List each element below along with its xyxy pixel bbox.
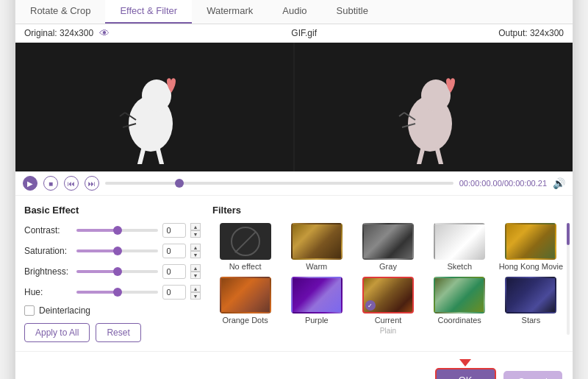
action-buttons: Apply to All Reset — [24, 323, 201, 342]
filter-label-orange-dots: Orange Dots — [222, 316, 268, 325]
brightness-input[interactable]: 0 — [162, 264, 186, 279]
preview-area — [15, 43, 573, 171]
tab-effect-filter[interactable]: Effect & Filter — [105, 0, 192, 24]
filter-label-coords: Coordinates — [438, 316, 481, 325]
filter-item-purple[interactable]: Purple — [284, 277, 349, 335]
filter-thumb-current: ✓ — [362, 277, 414, 314]
filter-sublabel-plain: Plain — [380, 327, 396, 335]
tab-bar: Rotate & Crop Effect & Filter Watermark … — [15, 0, 573, 24]
filter-item-gray[interactable]: Gray — [355, 223, 420, 271]
ok-button[interactable]: OK — [435, 368, 496, 379]
eye-icon[interactable]: 👁 — [99, 27, 110, 39]
filter-label-no-effect: No effect — [229, 262, 262, 271]
hue-input[interactable]: 0 — [162, 285, 186, 300]
brightness-spinner[interactable]: ▲ ▼ — [190, 264, 201, 279]
volume-icon[interactable]: 🔊 — [553, 177, 565, 189]
filter-label-sketch: Sketch — [447, 262, 472, 271]
main-window: ─ ✕ Rotate & Crop Effect & Filter Waterm… — [15, 0, 573, 379]
filter-item-stars[interactable]: Stars — [498, 277, 564, 335]
tab-rotate-crop[interactable]: Rotate & Crop — [15, 0, 105, 24]
arrow-down-icon — [459, 359, 471, 366]
filter-thumb-warm — [291, 223, 343, 260]
tab-subtitle[interactable]: Subtitle — [322, 0, 383, 24]
basic-effect-title: Basic Effect — [24, 205, 201, 216]
progress-track[interactable] — [105, 182, 453, 185]
svg-point-2 — [142, 79, 171, 112]
filter-label-purple: Purple — [305, 316, 329, 325]
hue-label: Hue: — [24, 287, 72, 297]
contrast-label: Contrast: — [24, 225, 72, 235]
brightness-label: Brightness: — [24, 266, 72, 277]
no-effect-icon — [231, 227, 260, 256]
filters-scroll-area: No effect Warm Gray Ske — [212, 223, 564, 335]
bottom-bar: OK Cancel — [15, 351, 573, 379]
hue-row: Hue: 0 ▲ ▼ — [24, 285, 201, 300]
hue-up[interactable]: ▲ — [190, 285, 201, 292]
playback-controls: ▶ ■ ⏮ ⏭ 00:00:00.00/00:00:00.21 🔊 — [15, 171, 573, 196]
filter-item-current[interactable]: ✓ Current Plain — [355, 277, 420, 335]
saturation-spinner[interactable]: ▲ ▼ — [190, 244, 201, 258]
filter-thumb-hk — [505, 223, 556, 260]
contrast-up[interactable]: ▲ — [190, 223, 201, 230]
tab-audio[interactable]: Audio — [268, 0, 321, 24]
contrast-down[interactable]: ▼ — [190, 230, 201, 238]
filters-scrollbar[interactable] — [567, 223, 570, 335]
cancel-button[interactable]: Cancel — [503, 371, 562, 379]
filter-thumb-coords — [434, 277, 485, 314]
ok-arrow-indicator: OK — [435, 359, 496, 379]
filter-thumb-purple — [291, 277, 343, 314]
filter-thumb-no-effect — [220, 223, 271, 260]
apply-to-all-button[interactable]: Apply to All — [24, 323, 90, 342]
play-button[interactable]: ▶ — [23, 176, 37, 191]
filter-item-warm[interactable]: Warm — [284, 223, 349, 271]
bottom-buttons-area: OK Cancel — [435, 359, 562, 379]
tab-watermark[interactable]: Watermark — [192, 0, 268, 24]
filter-item-coords[interactable]: Coordinates — [427, 277, 492, 335]
right-panel: Filters No effect Warm — [212, 205, 564, 342]
filter-label-gray: Gray — [379, 262, 397, 271]
original-size: Original: 324x300 — [24, 28, 93, 38]
next-button[interactable]: ⏭ — [85, 176, 99, 191]
filters-title: Filters — [212, 205, 564, 216]
filter-thumb-orange-dots — [220, 277, 271, 314]
saturation-row: Saturation: 0 ▲ ▼ — [24, 244, 201, 258]
main-content: Basic Effect Contrast: 0 ▲ ▼ Saturation: — [15, 196, 573, 351]
reset-button[interactable]: Reset — [96, 323, 140, 342]
contrast-spinner[interactable]: ▲ ▼ — [190, 223, 201, 238]
filters-scrollbar-thumb — [567, 223, 570, 245]
info-left: Original: 324x300 👁 — [24, 27, 110, 39]
hue-spinner[interactable]: ▲ ▼ — [190, 285, 201, 300]
output-preview-image — [386, 50, 481, 164]
filter-item-hk[interactable]: Hong Kong Movie — [498, 223, 564, 271]
time-display: 00:00:00.00/00:00:00.21 — [459, 179, 547, 188]
filename: GIF.gif — [291, 28, 317, 38]
hue-down[interactable]: ▼ — [190, 292, 201, 300]
filter-item-orange-dots[interactable]: Orange Dots — [212, 277, 278, 335]
brightness-slider[interactable] — [76, 270, 158, 273]
filter-thumb-sketch — [434, 223, 485, 260]
left-panel: Basic Effect Contrast: 0 ▲ ▼ Saturation: — [24, 205, 201, 342]
filter-label-current: Current — [375, 316, 402, 325]
contrast-row: Contrast: 0 ▲ ▼ — [24, 223, 201, 238]
contrast-slider[interactable] — [76, 229, 158, 232]
saturation-down[interactable]: ▼ — [190, 251, 201, 258]
brightness-up[interactable]: ▲ — [190, 264, 201, 272]
original-preview-image — [107, 50, 202, 164]
deinterlacing-checkbox[interactable] — [24, 305, 35, 316]
stop-button[interactable]: ■ — [43, 176, 58, 191]
saturation-slider[interactable] — [76, 249, 158, 252]
preview-pane-original — [15, 43, 293, 171]
contrast-input[interactable]: 0 — [162, 223, 186, 238]
preview-pane-output — [295, 43, 573, 171]
prev-button[interactable]: ⏮ — [64, 176, 79, 191]
brightness-down[interactable]: ▼ — [190, 272, 201, 279]
filter-label-warm: Warm — [306, 262, 327, 271]
saturation-up[interactable]: ▲ — [190, 244, 201, 251]
filter-item-sketch[interactable]: Sketch — [427, 223, 492, 271]
saturation-input[interactable]: 0 — [162, 244, 186, 258]
progress-thumb[interactable] — [175, 179, 184, 188]
filter-item-no-effect[interactable]: No effect — [212, 223, 278, 271]
hue-slider[interactable] — [76, 291, 158, 294]
saturation-label: Saturation: — [24, 246, 72, 256]
svg-point-10 — [421, 79, 451, 112]
